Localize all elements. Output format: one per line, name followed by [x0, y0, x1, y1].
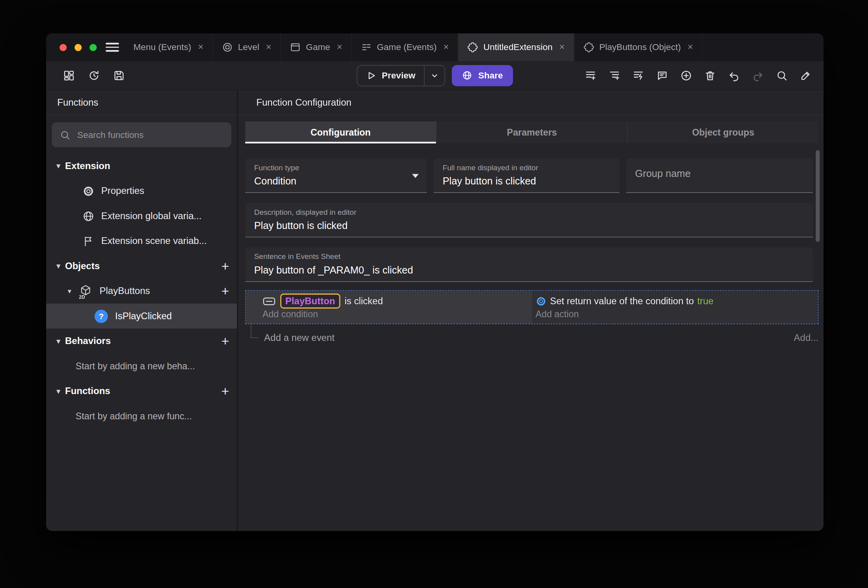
history-button[interactable]: [87, 69, 101, 82]
condition-function-icon: ?: [95, 309, 108, 323]
search-icon: [776, 69, 788, 82]
add-new-event-button[interactable]: Add a new event: [264, 333, 335, 344]
history-clock-icon: [88, 69, 100, 82]
tab-menu-events[interactable]: Menu (Events) ×: [125, 33, 213, 61]
stage: Menu (Events) × Level × Game × Game (Eve…: [0, 0, 868, 588]
field-value: Condition: [254, 176, 418, 188]
redo-button[interactable]: [751, 69, 765, 82]
actions-cell[interactable]: Set return value of the condition to tru…: [532, 291, 818, 324]
field-label: Full name displayed in editor: [443, 164, 611, 172]
close-tab-icon[interactable]: ×: [266, 42, 272, 53]
configuration-tabs: Configuration Parameters Object groups: [245, 121, 818, 143]
edit-button[interactable]: [799, 69, 812, 82]
undo-button[interactable]: [727, 69, 741, 82]
conditions-cell[interactable]: PlayButton is clicked Add condition: [246, 291, 532, 324]
add-more-button[interactable]: Add...: [794, 333, 819, 344]
minimize-window-button[interactable]: [75, 44, 82, 51]
sidebar-item-extension-global-variables[interactable]: Extension global varia...: [46, 203, 237, 228]
chevron-down-icon: [430, 70, 440, 80]
add-function-button[interactable]: +: [221, 384, 229, 398]
sidebar-item-properties[interactable]: Properties: [46, 179, 237, 203]
full-name-field[interactable]: Full name displayed in editor Play butto…: [434, 158, 619, 193]
object-2d-icon: 2D: [80, 285, 93, 298]
chevron-down-icon[interactable]: ▾: [54, 262, 63, 270]
tab-label: PlayButtons (Object): [599, 42, 681, 52]
tab-game-events[interactable]: Game (Events) ×: [352, 33, 458, 61]
chevron-down-icon[interactable]: ▾: [54, 162, 63, 170]
add-event-button[interactable]: [584, 69, 597, 82]
tab-label: Game: [306, 42, 330, 52]
close-tab-icon[interactable]: ×: [559, 42, 565, 53]
condition-object-chip[interactable]: PlayButton: [280, 294, 340, 309]
group-name-field[interactable]: Group name: [626, 158, 813, 193]
chevron-down-icon[interactable]: ▾: [65, 287, 74, 295]
section-label: Behaviors: [65, 335, 111, 346]
toolbar-left-group: [62, 69, 126, 82]
sidebar-section-functions[interactable]: ▾ Functions +: [46, 379, 237, 404]
share-button[interactable]: Share: [452, 65, 513, 86]
close-tab-icon[interactable]: ×: [443, 42, 449, 53]
sidebar-section-objects[interactable]: ▾ Objects +: [46, 253, 237, 278]
add-action-button[interactable]: Add action: [535, 309, 818, 320]
add-object-function-button[interactable]: +: [221, 285, 229, 298]
tab-parameters[interactable]: Parameters: [436, 121, 628, 143]
hamburger-menu-icon[interactable]: [106, 43, 119, 52]
preview-button[interactable]: Preview: [357, 65, 445, 86]
sidebar-item-playbuttons[interactable]: ▾ 2D PlayButtons +: [46, 279, 237, 303]
field-value: Play button is clicked: [254, 220, 804, 232]
field-label: Sentence in Events Sheet: [254, 252, 804, 261]
close-tab-icon[interactable]: ×: [198, 42, 203, 53]
tab-level[interactable]: Level ×: [213, 33, 281, 61]
sidebar-section-extension[interactable]: ▾ Extension: [46, 153, 237, 178]
add-behavior-button[interactable]: +: [221, 335, 229, 348]
add-other-event-button[interactable]: [631, 69, 645, 82]
chevron-down-icon[interactable]: ▾: [54, 387, 63, 395]
toolbar-center-group: Preview Share: [357, 65, 513, 86]
description-field[interactable]: Description, displayed in editor Play bu…: [245, 203, 813, 237]
add-object-button[interactable]: +: [221, 259, 229, 273]
add-action-label: Add action: [535, 309, 579, 319]
save-icon: [113, 69, 125, 82]
tab-game[interactable]: Game ×: [281, 33, 352, 61]
zoom-window-button[interactable]: [89, 44, 97, 51]
add-event-icon: [585, 69, 597, 82]
search-input[interactable]: [77, 130, 224, 140]
function-type-select[interactable]: Function type Condition: [245, 158, 427, 193]
sidebar-section-behaviors[interactable]: ▾ Behaviors +: [46, 329, 237, 354]
delete-button[interactable]: [703, 69, 717, 82]
search-box[interactable]: [52, 122, 231, 147]
sentence-field[interactable]: Sentence in Events Sheet Play button of …: [245, 247, 813, 282]
open-project-manager-button[interactable]: [62, 69, 76, 82]
sidebar-item-extension-scene-variables[interactable]: Extension scene variab...: [46, 229, 237, 253]
save-project-button[interactable]: [112, 69, 126, 82]
tab-configuration[interactable]: Configuration: [245, 121, 436, 143]
close-tab-icon[interactable]: ×: [687, 42, 693, 53]
item-label: Extension scene variab...: [101, 235, 207, 246]
close-window-button[interactable]: [60, 44, 67, 51]
tab-object-groups[interactable]: Object groups: [628, 121, 819, 143]
tab-playbuttons-object[interactable]: PlayButtons (Object) ×: [574, 33, 702, 61]
event-nesting-line: [251, 322, 258, 338]
tab-untitled-extension[interactable]: UntitledExtension ×: [458, 33, 574, 61]
sidebar-header: Functions: [46, 90, 237, 116]
field-value: Play button of _PARAM0_ is clicked: [254, 264, 804, 276]
close-tab-icon[interactable]: ×: [337, 42, 343, 53]
add-circle-button[interactable]: [680, 69, 693, 82]
chevron-down-icon[interactable]: ▾: [54, 337, 63, 345]
add-condition-button[interactable]: Add condition: [263, 309, 532, 320]
add-subevent-button[interactable]: [608, 69, 621, 82]
event-row[interactable]: PlayButton is clicked Add condition Set …: [245, 290, 818, 324]
function-label: IsPlayClicked: [115, 311, 172, 322]
action-value: true: [697, 296, 713, 307]
traffic-lights: [46, 33, 106, 61]
sidebar-item-isplayclicked[interactable]: ? IsPlayClicked: [46, 303, 237, 328]
form-row-3: Sentence in Events Sheet Play button of …: [245, 247, 813, 282]
flag-icon: [82, 235, 95, 247]
add-comment-button[interactable]: [656, 69, 669, 82]
vertical-scrollbar[interactable]: [816, 150, 820, 242]
item-label: Properties: [101, 185, 144, 196]
functions-empty-hint: Start by adding a new func...: [46, 404, 237, 428]
search-button[interactable]: [775, 69, 788, 82]
circle-plus-icon: [680, 69, 692, 82]
preview-options-button[interactable]: [425, 65, 445, 86]
